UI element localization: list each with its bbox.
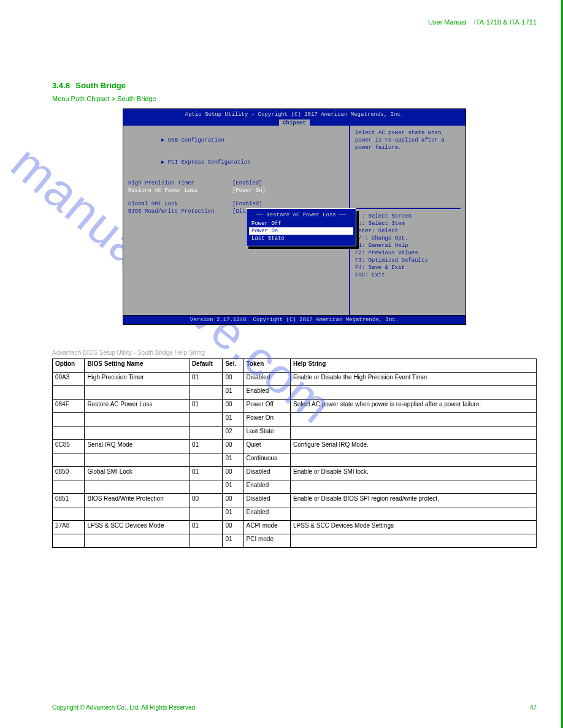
table-cell: BIOS Read/Write Protection: [85, 494, 189, 507]
bios-footer: Version 2.17.1246. Copyright (C) 2017 Am…: [123, 316, 466, 325]
bios-item-high-precision-timer[interactable]: High Precision Timer [Enabled]: [128, 180, 344, 187]
table-cell: Disabled: [243, 467, 290, 480]
table-cell: ACPI mode: [243, 521, 290, 534]
table-cell: Serial IRQ Mode: [85, 440, 189, 453]
table-cell: 01: [189, 521, 223, 534]
table-cell: [291, 427, 537, 440]
table-cell: 01: [189, 467, 223, 480]
table-row: 27A8LPSS & SCC Devices Mode0100ACPI mode…: [53, 521, 537, 534]
table-cell: Global SMI Lock: [85, 467, 189, 480]
help-string-line: Advantech BIOS Setup Utility - South Bri…: [52, 349, 537, 356]
bios-window: Aptio Setup Utility - Copyright (C) 2017…: [123, 108, 466, 325]
table-cell: [189, 534, 223, 548]
table-cell: 0850: [53, 467, 85, 480]
table-cell: Disabled: [243, 494, 290, 507]
table-cell: Configure Serial IRQ Mode.: [291, 440, 537, 453]
section-menu-path: Menu Path Chipset > South Bridge: [52, 95, 537, 102]
table-cell: Power Off: [243, 400, 290, 413]
bios-help-text: Select AC power state when power is re-a…: [355, 129, 461, 209]
table-cell: Disabled: [243, 373, 290, 386]
table-cell: [291, 480, 537, 494]
table-cell: Power On: [243, 413, 290, 427]
bios-title-text: Aptio Setup Utility - Copyright (C) 2017…: [123, 111, 465, 118]
triangle-icon: ▶: [161, 137, 168, 143]
bios-left-pane: ▶ USB Configuration ▶ PCI Express Config…: [123, 126, 350, 315]
table-cell: [291, 413, 537, 427]
bios-popup: ── Restore AC Power Loss ── Power Off Po…: [246, 208, 356, 246]
table-cell: 084F: [53, 400, 85, 413]
table-cell: [53, 453, 85, 467]
table-cell: Quiet: [243, 440, 290, 453]
bios-right-pane: Select AC power state when power is re-a…: [350, 126, 465, 315]
table-cell: 00: [189, 494, 223, 507]
table-cell: [291, 386, 537, 400]
table-cell: 01: [189, 373, 223, 386]
footer-page-number: 47: [530, 704, 537, 711]
bios-item-global-smi-lock[interactable]: Global SMI Lock [Enabled]: [128, 200, 344, 208]
table-cell: [189, 413, 223, 427]
table-cell: Enabled: [243, 507, 290, 521]
table-row: 01Power On: [53, 413, 537, 427]
table-cell: 01: [223, 507, 243, 521]
table-cell: Select AC power state when power is re-a…: [291, 400, 537, 413]
table-row: 0850Global SMI Lock0100DisabledEnable or…: [53, 467, 537, 480]
col-help: Help String: [291, 359, 537, 373]
col-token: Token: [243, 359, 290, 373]
table-cell: [53, 427, 85, 440]
table-cell: 0C85: [53, 440, 85, 453]
bios-popup-option-last-state[interactable]: Last State: [249, 235, 353, 242]
table-cell: Enabled: [243, 480, 290, 494]
table-cell: 00: [223, 521, 243, 534]
bios-popup-title: ── Restore AC Power Loss ──: [249, 210, 353, 220]
table-row: 084FRestore AC Power Loss0100Power OffSe…: [53, 400, 537, 413]
table-cell: Continuous: [243, 453, 290, 467]
table-cell: LPSS & SCC Devices Mode Settings: [291, 521, 537, 534]
bios-submenu-usb[interactable]: ▶ USB Configuration: [128, 129, 344, 151]
bios-popup-option-power-off[interactable]: Power Off: [249, 220, 353, 227]
table-cell: 0851: [53, 494, 85, 507]
table-row: 01PCI mode: [53, 534, 537, 548]
page-footer: Copyright © Advantech Co., Ltd. All Righ…: [52, 704, 537, 711]
table-row: 01Enabled: [53, 507, 537, 521]
bios-item-restore-ac-power-loss[interactable]: Restore AC Power Loss [Power On]: [128, 187, 344, 194]
bios-submenu-pci[interactable]: ▶ PCI Express Configuration: [128, 151, 344, 173]
table-cell: 01: [189, 400, 223, 413]
table-cell: [53, 534, 85, 548]
bios-popup-option-power-on[interactable]: Power On: [249, 227, 353, 235]
section-heading: 3.4.8 South Bridge: [52, 81, 537, 90]
table-cell: 01: [223, 386, 243, 400]
table-cell: 02: [223, 427, 243, 440]
table-cell: [189, 507, 223, 521]
table-cell: Enable or Disable the High Precision Eve…: [291, 373, 537, 386]
table-cell: Enable or Disable BIOS SPI region read/w…: [291, 494, 537, 507]
table-cell: [85, 427, 189, 440]
table-cell: 00: [223, 373, 243, 386]
table-cell: 00: [223, 440, 243, 453]
table-header-row: Option BIOS Setting Name Default Sel. To…: [53, 359, 537, 373]
table-cell: [189, 480, 223, 494]
table-cell: 27A8: [53, 521, 85, 534]
table-cell: [53, 413, 85, 427]
col-default: Default: [189, 359, 223, 373]
table-row: 0851BIOS Read/Write Protection0000Disabl…: [53, 494, 537, 507]
table-row: 02Last State: [53, 427, 537, 440]
spec-table: Option BIOS Setting Name Default Sel. To…: [52, 358, 537, 548]
table-cell: [189, 427, 223, 440]
col-option: Option: [53, 359, 85, 373]
table-row: 0C85Serial IRQ Mode0100QuietConfigure Se…: [53, 440, 537, 453]
table-cell: [85, 534, 189, 548]
table-cell: [189, 386, 223, 400]
table-cell: 01: [189, 440, 223, 453]
table-row: 00A3High Precision Timer0100DisabledEnab…: [53, 373, 537, 386]
table-cell: Enabled: [243, 386, 290, 400]
table-cell: 01: [223, 480, 243, 494]
table-cell: [291, 453, 537, 467]
section-number: 3.4.8: [52, 81, 70, 90]
table-cell: Restore AC Power Loss: [85, 400, 189, 413]
table-cell: 00: [223, 494, 243, 507]
table-cell: High Precision Timer: [85, 373, 189, 386]
bios-body: ▶ USB Configuration ▶ PCI Express Config…: [123, 126, 466, 316]
table-cell: [53, 507, 85, 521]
table-cell: [189, 453, 223, 467]
header-right: ITA-1710 & ITA-1711: [474, 18, 537, 26]
